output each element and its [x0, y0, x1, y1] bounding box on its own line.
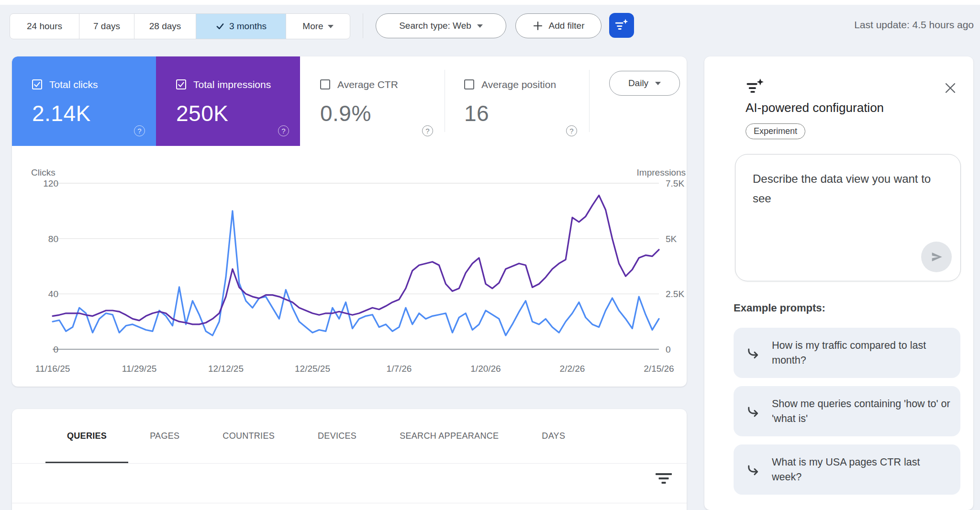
- date-range-28-days[interactable]: 28 days: [134, 14, 196, 39]
- date-range-3-months[interactable]: 3 months: [196, 14, 286, 39]
- left-axis-tick: 120: [43, 178, 58, 188]
- panel-title: AI-powered configuration: [746, 100, 884, 115]
- left-axis-tick: 40: [48, 289, 58, 299]
- x-axis-label: 1/20/26: [470, 364, 501, 374]
- date-range-label: 28 days: [149, 21, 181, 32]
- tab-days[interactable]: DAYS: [520, 409, 587, 463]
- prompt-input[interactable]: Describe the data view you want to see: [735, 154, 961, 281]
- search-type-label: Search type: Web: [399, 21, 471, 31]
- close-icon[interactable]: [943, 80, 958, 96]
- date-range-label: 3 months: [229, 21, 267, 32]
- ai-configuration-panel: AI-powered configuration Experiment Desc…: [704, 56, 973, 510]
- performance-card: Total clicks2.14K?Total impressions250K?…: [12, 56, 687, 387]
- prompt-arrow-icon: [746, 463, 760, 477]
- date-range-24-hours[interactable]: 24 hours: [10, 14, 79, 39]
- help-icon[interactable]: ?: [422, 125, 433, 136]
- help-icon[interactable]: ?: [566, 125, 577, 136]
- metric-tile-average-position[interactable]: Average position16?: [444, 56, 588, 146]
- ai-filter-sparkle-icon: [614, 18, 629, 33]
- search-type-dropdown[interactable]: Search type: Web: [376, 13, 506, 38]
- ai-sparkle-filter-icon: [746, 78, 765, 97]
- help-icon[interactable]: ?: [134, 125, 145, 136]
- prompt-text: Show me queries containing 'how to' or '…: [772, 397, 951, 426]
- right-axis-tick: 0: [666, 344, 671, 355]
- granularity-label: Daily: [628, 78, 648, 89]
- tabs-divider: [12, 463, 687, 464]
- prompt-text: How is my traffic compared to last month…: [772, 338, 951, 368]
- checkbox-checked[interactable]: [176, 79, 186, 89]
- prompt-arrow-icon: [746, 346, 760, 360]
- metric-value: 2.14K: [32, 100, 91, 126]
- example-prompt-chip[interactable]: Show me queries containing 'how to' or '…: [734, 386, 960, 436]
- prompt-arrow-icon: [746, 346, 760, 360]
- tab-pages[interactable]: PAGES: [128, 409, 201, 463]
- x-axis-label: 12/12/25: [208, 364, 244, 374]
- check-icon: [215, 22, 225, 31]
- dimension-tabs: QUERIESPAGESCOUNTRIESDEVICESSEARCH APPEA…: [12, 409, 687, 463]
- ai-filter-button[interactable]: [609, 13, 634, 38]
- tab-countries[interactable]: COUNTRIES: [201, 409, 296, 463]
- check-icon: [33, 80, 41, 89]
- send-button[interactable]: [921, 242, 952, 272]
- right-axis-title: Impressions: [637, 167, 686, 177]
- tab-label: QUERIES: [67, 431, 107, 441]
- metric-value: 0.9%: [320, 100, 371, 126]
- tab-label: PAGES: [150, 431, 179, 441]
- metric-tile-average-ctr[interactable]: Average CTR0.9%?: [300, 56, 444, 146]
- add-filter-label: Add filter: [549, 21, 585, 31]
- left-axis-tick: 0: [53, 344, 58, 355]
- date-range-segmented-control: 24 hours7 days28 days3 monthsMore: [10, 13, 350, 39]
- tab-label: DEVICES: [318, 431, 356, 441]
- metric-label: Total impressions: [193, 79, 271, 90]
- x-axis-label: 1/7/26: [387, 364, 412, 374]
- tab-devices[interactable]: DEVICES: [296, 409, 378, 463]
- checkbox-unchecked[interactable]: [320, 79, 330, 89]
- table-filter-icon[interactable]: [656, 473, 672, 486]
- tile-divider: [445, 70, 445, 132]
- experiment-badge: Experiment: [746, 123, 805, 139]
- more-label: More: [302, 21, 323, 32]
- example-prompt-chip[interactable]: What is my USA pages CTR last week?: [734, 444, 960, 495]
- checkbox-checked[interactable]: [32, 79, 42, 89]
- search-console-performance-page: 24 hours7 days28 days3 monthsMore Search…: [0, 0, 980, 510]
- example-prompt-chip[interactable]: How is my traffic compared to last month…: [734, 328, 960, 378]
- x-axis-label: 2/15/26: [644, 364, 674, 374]
- right-axis-tick: 7.5K: [666, 178, 684, 188]
- series-impressions: [53, 195, 659, 324]
- date-range-label: 7 days: [93, 21, 120, 32]
- checkbox-unchecked[interactable]: [464, 79, 474, 89]
- left-axis-tick: 80: [48, 234, 58, 244]
- tab-label: SEARCH APPEARANCE: [400, 431, 499, 441]
- date-range-7-days[interactable]: 7 days: [79, 14, 134, 39]
- x-axis-label: 2/2/26: [560, 364, 585, 374]
- right-axis-tick: 5K: [666, 234, 677, 244]
- send-icon: [930, 250, 943, 264]
- metric-tile-total-clicks[interactable]: Total clicks2.14K?: [12, 56, 156, 146]
- tab-search-appearance[interactable]: SEARCH APPEARANCE: [378, 409, 520, 463]
- date-range-label: 24 hours: [27, 21, 62, 32]
- tab-label: DAYS: [542, 431, 565, 441]
- top-strip: [0, 0, 980, 5]
- metric-value: 16: [464, 100, 489, 126]
- x-axis-label: 11/29/25: [122, 364, 157, 374]
- metric-label: Average CTR: [337, 79, 398, 90]
- more-ranges-dropdown[interactable]: More: [286, 14, 350, 39]
- prompt-text: What is my USA pages CTR last week?: [772, 455, 951, 485]
- metric-label: Total clicks: [49, 79, 98, 90]
- examples-label: Example prompts:: [734, 302, 825, 314]
- table-header-divider: [12, 503, 687, 503]
- add-filter-button[interactable]: Add filter: [515, 13, 601, 38]
- metric-value: 250K: [176, 100, 228, 126]
- metric-tile-total-impressions[interactable]: Total impressions250K?: [156, 56, 300, 146]
- chevron-down-icon: [477, 24, 483, 28]
- tab-queries[interactable]: QUERIES: [45, 409, 128, 463]
- right-axis-tick: 2.5K: [666, 289, 684, 299]
- dimensions-card: QUERIESPAGESCOUNTRIESDEVICESSEARCH APPEA…: [12, 409, 687, 510]
- x-axis-label: 12/25/25: [295, 364, 330, 374]
- chevron-down-icon: [328, 25, 334, 28]
- granularity-dropdown[interactable]: Daily: [609, 71, 680, 96]
- help-icon[interactable]: ?: [278, 125, 289, 136]
- x-axis-label: 11/16/25: [35, 364, 70, 374]
- performance-chart: 0408012002.5K5K7.5KClicksImpressions11/1…: [12, 153, 687, 383]
- plus-icon: [533, 21, 543, 31]
